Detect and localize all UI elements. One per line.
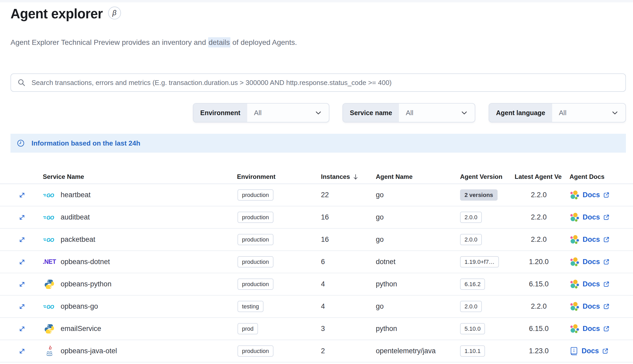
- external-link-icon: [603, 236, 610, 243]
- instances-value: 4: [321, 273, 325, 295]
- column-header-agent-name[interactable]: Agent Name: [376, 170, 413, 184]
- agent-name: go: [376, 184, 384, 206]
- python-icon: [43, 279, 56, 290]
- external-link-icon: [603, 192, 610, 198]
- agent-version-badge: 6.16.2: [460, 279, 485, 290]
- agent-language-filter-label: Agent language: [489, 104, 552, 122]
- column-header-agent-docs[interactable]: Agent Docs: [569, 170, 604, 184]
- expand-row-button[interactable]: [18, 236, 26, 244]
- column-header-instances-label: Instances: [321, 173, 350, 180]
- expand-row-button[interactable]: [18, 303, 26, 311]
- elastic-logo-icon: [569, 190, 579, 200]
- go-icon: GO: [43, 213, 56, 221]
- environment-badge: testing: [238, 301, 263, 312]
- service-name: opbeans-python: [61, 280, 112, 288]
- agent-version-badge: 2.0.0: [460, 212, 482, 223]
- table-row: .NETopbeans-dotnetproduction6dotnet1.19.…: [0, 251, 633, 273]
- column-header-instances[interactable]: Instances: [321, 170, 358, 184]
- top-strip: [0, 0, 633, 2]
- expand-row-button[interactable]: [18, 213, 26, 221]
- external-link-icon: [603, 325, 610, 332]
- agent-docs-link[interactable]: Docs: [569, 190, 610, 200]
- python-icon: [43, 324, 56, 334]
- docs-link-label: Docs: [583, 325, 600, 333]
- column-header-service-name[interactable]: Service Name: [43, 170, 84, 184]
- docs-link-label: Docs: [583, 258, 600, 266]
- elastic-logo-icon: [569, 302, 579, 312]
- agent-language-filter-value[interactable]: All: [552, 104, 611, 122]
- subtitle-text: Agent Explorer Technical Preview provide…: [10, 38, 208, 46]
- page-subtitle: Agent Explorer Technical Preview provide…: [10, 38, 297, 47]
- instances-value: 16: [321, 229, 329, 250]
- elastic-logo-icon: [569, 235, 579, 245]
- latest-agent-version: 2.2.0: [513, 296, 565, 317]
- external-link-icon: [603, 303, 610, 310]
- instances-value: 6: [321, 251, 325, 273]
- agent-docs-link[interactable]: Docs: [569, 212, 610, 222]
- agent-docs-link[interactable]: Docs: [569, 235, 610, 245]
- expand-row-button[interactable]: [18, 280, 26, 288]
- service-name-filter-value[interactable]: All: [399, 104, 461, 122]
- agent-version-badge[interactable]: 2 versions: [460, 189, 498, 201]
- docs-link-label: Docs: [583, 280, 600, 288]
- service-name: opbeans-go: [61, 302, 98, 311]
- elastic-logo-icon: [569, 324, 579, 334]
- latest-agent-version: 2.2.0: [513, 229, 565, 250]
- elastic-logo-icon: [569, 279, 579, 289]
- go-icon: GO: [43, 303, 56, 311]
- chevron-down-icon[interactable]: [611, 104, 625, 122]
- svg-text:GO: GO: [46, 237, 54, 243]
- environment-badge: prod: [238, 323, 258, 334]
- expand-row-button[interactable]: [18, 325, 26, 333]
- service-name: emailService: [61, 325, 101, 333]
- external-link-icon: [603, 259, 610, 265]
- agent-version-badge: 5.10.0: [460, 323, 485, 334]
- column-header-environment[interactable]: Environment: [237, 170, 276, 184]
- environment-filter-value[interactable]: All: [247, 104, 315, 122]
- agent-name: go: [376, 296, 384, 317]
- environment-badge: production: [238, 234, 273, 245]
- table-header: Service Name Environment Instances Agent…: [0, 170, 633, 184]
- environment-badge: production: [238, 256, 273, 267]
- table-row: opbeans-java-otelproduction2opentelemetr…: [0, 340, 633, 362]
- agent-docs-link[interactable]: Docs: [569, 324, 610, 334]
- subtitle-highlighted-text: details: [208, 37, 230, 47]
- service-name-filter-label: Service name: [343, 104, 399, 122]
- latest-agent-version: 6.15.0: [513, 273, 565, 295]
- docs-link-label: Docs: [583, 302, 600, 311]
- instances-value: 16: [321, 206, 329, 228]
- expand-row-button[interactable]: [18, 191, 26, 199]
- expand-row-button[interactable]: [18, 347, 26, 355]
- environment-filter[interactable]: Environment All: [193, 103, 329, 122]
- service-name-filter[interactable]: Service name All: [342, 103, 475, 122]
- expand-row-button[interactable]: [18, 258, 26, 266]
- subtitle-text: of deployed Agents.: [230, 38, 297, 46]
- go-icon: GO: [43, 191, 56, 199]
- banner-text: Information based on the last 24h: [31, 139, 140, 147]
- page-title: Agent explorer: [10, 6, 103, 22]
- agent-docs-link[interactable]: Docs: [569, 302, 610, 312]
- agent-name: dotnet: [376, 251, 395, 273]
- latest-agent-version: 2.2.0: [513, 184, 565, 206]
- instances-value: 4: [321, 296, 325, 317]
- column-header-agent-version[interactable]: Agent Version: [460, 170, 502, 184]
- chevron-down-icon[interactable]: [461, 104, 475, 122]
- docs-link-label: Docs: [583, 235, 600, 244]
- agent-docs-link[interactable]: Docs: [569, 347, 609, 356]
- book-icon: [569, 347, 578, 356]
- search-input[interactable]: [31, 78, 619, 87]
- column-header-latest-agent-version[interactable]: Latest Agent Ve: [515, 170, 567, 184]
- agent-language-filter[interactable]: Agent language All: [489, 103, 626, 122]
- agent-name: go: [376, 229, 384, 250]
- agent-docs-link[interactable]: Docs: [569, 279, 610, 289]
- service-name: packetbeat: [61, 235, 95, 244]
- instances-value: 22: [321, 184, 329, 206]
- agent-docs-link[interactable]: Docs: [569, 257, 610, 267]
- chevron-down-icon[interactable]: [315, 104, 329, 122]
- environment-badge: production: [238, 189, 273, 201]
- latest-agent-version: 1.23.0: [513, 340, 565, 362]
- table-row: GOauditbeatproduction16go2.0.02.2.0Docs: [0, 206, 633, 229]
- clock-icon: [17, 139, 25, 147]
- environment-badge: production: [238, 345, 273, 357]
- table-row: GOopbeans-gotesting4go2.0.02.2.0Docs: [0, 296, 633, 318]
